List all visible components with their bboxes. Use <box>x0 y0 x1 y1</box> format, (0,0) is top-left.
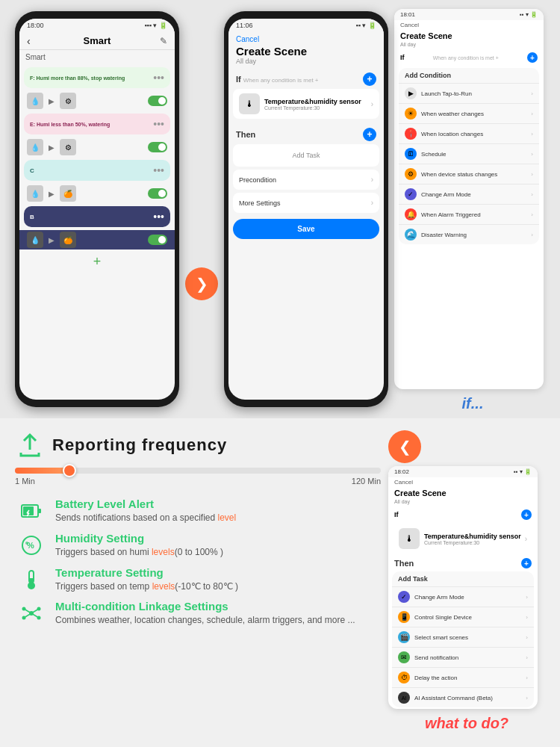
bottom-panel-allday: All day <box>388 499 538 507</box>
temp-icon-wrap <box>15 566 48 592</box>
feature-linkage: Multi-condition Linkage Settings Combine… <box>15 600 381 627</box>
task-row-3[interactable]: ✉ Send notification › <box>392 647 534 667</box>
task-icon-4: ⏱ <box>398 672 410 684</box>
popup-icon-5: ✓ <box>405 188 417 200</box>
precondition-row[interactable]: Precondition › <box>233 170 379 190</box>
popup-row-6[interactable]: 🔔 When Alarm Triggered › <box>399 204 539 224</box>
arrow-icon: ▶ <box>49 97 55 105</box>
card-e-bottom: 💧 ▶ ⚙ <box>19 137 175 157</box>
slider-fill <box>15 468 70 474</box>
battery-desc: Sends notifications based on a specified… <box>55 512 381 524</box>
chevron-icon: › <box>371 100 373 108</box>
arrow-icon-c: ▶ <box>49 190 55 198</box>
svg-line-20 <box>31 613 39 618</box>
if-plus-btn[interactable]: + <box>363 72 376 86</box>
popup-row-0[interactable]: ▶ Launch Tap-to-Run › <box>399 83 539 103</box>
task-chevron-3: › <box>526 654 528 661</box>
linkage-content: Multi-condition Linkage Settings Combine… <box>55 600 381 627</box>
card-e[interactable]: E: Humi less than 50%, watering ••• <box>24 114 170 134</box>
bottom-panel-title: Create Scene <box>388 487 538 499</box>
popup-row-3[interactable]: 🗓 Schedule › <box>399 143 539 164</box>
task-chevron-2: › <box>526 634 528 641</box>
bottom-panel-cancel[interactable]: Cancel <box>388 477 538 487</box>
task-icon-3: ✉ <box>398 651 410 663</box>
then-label: Then + <box>228 123 384 143</box>
popup-row-2[interactable]: 📍 When location changes › <box>399 123 539 143</box>
task-row-4[interactable]: ⏱ Delay the action › <box>392 667 534 687</box>
popup-chevron-7: › <box>531 232 533 238</box>
device-icon2: ⚙ <box>60 93 76 109</box>
card-c[interactable]: C ••• <box>24 160 170 181</box>
arrow-between: ❯ <box>179 149 224 418</box>
bottom-if-plus[interactable]: + <box>521 509 532 520</box>
bottom-section: Reporting frequency 1 Min 120 Min <box>0 418 560 738</box>
task-row-1[interactable]: 📱 Control Single Device › <box>392 607 534 627</box>
toggle-e[interactable] <box>148 142 167 152</box>
popup-row-1[interactable]: ☀ When weather changes › <box>399 103 539 123</box>
task-chevron-0: › <box>526 594 528 601</box>
task-chevron-4: › <box>526 675 528 681</box>
card-dots-b[interactable]: ••• <box>153 211 164 223</box>
bottom-then-label: Then + <box>388 555 538 570</box>
battery-title: Battery Level Alert <box>55 498 381 510</box>
humidity-title: Humidity Setting <box>55 532 381 545</box>
task-chevron-1: › <box>526 614 528 621</box>
next-arrow: ❯ <box>185 267 218 300</box>
popup-row-4[interactable]: ⚙ When device status changes › <box>399 164 539 184</box>
popup-row-7[interactable]: 🌊 Disaster Warning › <box>399 224 539 244</box>
bottom-panel-if: If + <box>388 507 538 522</box>
card-dots-e[interactable]: ••• <box>153 118 164 130</box>
slider-track[interactable] <box>15 468 381 474</box>
chevron-more: › <box>371 199 373 207</box>
task-row-5[interactable]: AI AI Assistant Command (Beta) › <box>392 687 534 707</box>
save-btn[interactable]: Save <box>233 219 379 239</box>
popup-row-5[interactable]: ✓ Change Arm Mode › <box>399 184 539 204</box>
chevron-precondition: › <box>371 176 373 184</box>
task-icon-1: 📱 <box>398 611 410 623</box>
what-label: what to do? <box>388 709 545 738</box>
condition-row[interactable]: 🌡 Temperature&humidity sensor Current Te… <box>233 89 379 119</box>
device-icon-b2: 🍊 <box>60 232 76 248</box>
card-dots-c[interactable]: ••• <box>153 164 164 176</box>
then-plus-btn[interactable]: + <box>363 128 376 141</box>
back-icon[interactable]: ‹ <box>27 35 31 47</box>
device-icon-c1: 💧 <box>27 185 43 202</box>
card-b[interactable]: B ••• <box>24 206 170 227</box>
add-task-placeholder[interactable]: Add Task <box>233 144 379 167</box>
popup-icon-1: ☀ <box>405 108 417 120</box>
task-row-0[interactable]: ✓ Change Arm Mode › <box>392 586 534 607</box>
back-arrow: ❮ <box>388 430 421 463</box>
temp-title: Temperature Setting <box>55 566 381 579</box>
task-row-2[interactable]: 🎬 Select smart scenes › <box>392 627 534 647</box>
upload-icon <box>15 430 45 460</box>
card-f[interactable]: F: Humi more than 88%, stop watering ••• <box>24 67 170 88</box>
card-dots[interactable]: ••• <box>153 72 164 84</box>
edit-icon[interactable]: ✎ <box>160 36 167 46</box>
panel-if-bar: If When any condition is met + + <box>394 50 544 65</box>
panel-title: Create Scene <box>394 30 544 42</box>
popup-icon-6: 🔔 <box>405 208 417 220</box>
bottom-then-plus[interactable]: + <box>521 558 532 568</box>
svg-line-18 <box>31 609 39 613</box>
popup-chevron-0: › <box>531 90 533 97</box>
panel-cancel[interactable]: Cancel <box>394 20 544 30</box>
toggle-c[interactable] <box>148 188 167 199</box>
slider-thumb[interactable] <box>63 464 76 477</box>
panel-add-task: 18:02 ▪▪ ▾ 🔋 Cancel Create Scene All day… <box>388 466 538 709</box>
bottom-condition-row[interactable]: 🌡 Temperature&humidity sensor Current Te… <box>393 524 533 554</box>
reporting-row: Reporting frequency <box>15 430 381 460</box>
linkage-icon-wrap <box>15 600 48 625</box>
svg-line-19 <box>24 613 31 618</box>
toggle-b[interactable] <box>148 235 167 245</box>
right-phone-bottom: ❮ 18:02 ▪▪ ▾ 🔋 Cancel Create Scene All d… <box>388 430 545 738</box>
popup-chevron-3: › <box>531 151 533 158</box>
arrow-icon-b: ▶ <box>49 236 55 244</box>
more-settings-row[interactable]: More Settings › <box>233 193 379 213</box>
cancel-btn[interactable]: Cancel <box>236 35 376 43</box>
phone-middle: 11:06 ▪▪ ▾ 🔋 Cancel Create Scene All day… <box>224 11 388 407</box>
panel-if-plus[interactable]: + <box>527 52 538 63</box>
add-card-btn[interactable]: + <box>19 249 175 274</box>
toggle-f[interactable] <box>148 96 167 106</box>
popup-chevron-4: › <box>531 171 533 178</box>
panel-add-condition: 18:01 ▪▪ ▾ 🔋 Cancel Create Scene All day… <box>394 9 544 389</box>
